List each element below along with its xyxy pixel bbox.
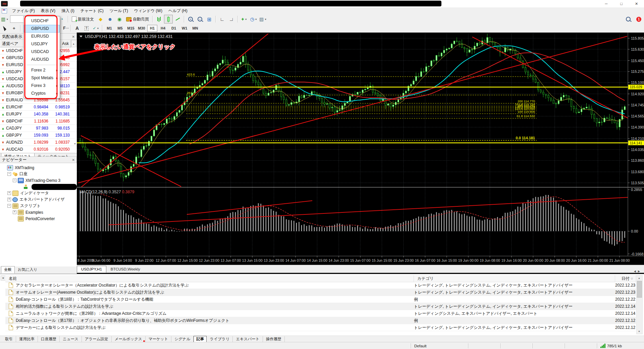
- new-chart-icon[interactable]: ▥▼: [0, 15, 9, 23]
- market-watch-row-AUDCAD[interactable]: ▼AUDCAD0.920160.92050: [0, 146, 77, 153]
- tree-item-PeriodConverter[interactable]: PeriodConverter: [0, 215, 77, 222]
- styler-icon[interactable]: ◆: [96, 15, 105, 23]
- article-row[interactable]: 相対的活力指数による取引システムの設計方法を学ぶトレーディング, トレーディング…: [5, 303, 636, 310]
- toolbox-tab-取引[interactable]: 取引: [2, 336, 16, 342]
- search-icon[interactable]: [624, 15, 633, 23]
- line-chart-icon[interactable]: [173, 15, 182, 23]
- dropdown-item-GBPUSD[interactable]: GBPUSD: [24, 25, 60, 33]
- tree-item-口座[interactable]: −口座: [0, 171, 77, 177]
- dropdown-group-Spot Metals[interactable]: Spot Metals▶: [24, 74, 60, 82]
- dropdown-item-USDCAD[interactable]: USDCAD: [24, 48, 60, 56]
- tree-item-Examples[interactable]: +Examples: [0, 209, 77, 215]
- column-date[interactable]: 日付▽: [615, 275, 636, 282]
- new-order-button[interactable]: 新規注文: [70, 15, 96, 23]
- collapse-minus-icon[interactable]: −: [7, 204, 11, 208]
- timeframe-MN[interactable]: MN: [190, 25, 200, 32]
- article-row[interactable]: アクセラレーターオシレーター（Accelerator Oscillator）によ…: [5, 282, 636, 289]
- auto-trading-button[interactable]: 自動売買: [124, 15, 151, 23]
- chart-tab-BTCUSD,Weekly[interactable]: BTCUSD,Weekly: [106, 266, 145, 273]
- timeframe-M5[interactable]: M5: [115, 25, 125, 32]
- chart-tab-USDJPY,H1[interactable]: USDJPY,H1: [77, 266, 106, 273]
- zoom-in-icon[interactable]: +: [186, 15, 195, 23]
- tab-お気に入り[interactable]: お気に入り: [15, 266, 40, 273]
- news-broadcast-icon[interactable]: ◉: [115, 15, 124, 23]
- templates-icon[interactable]: ▨▼: [259, 15, 267, 23]
- zoom-out-icon[interactable]: −: [196, 15, 204, 23]
- menu-item-ツール (T)[interactable]: ツール (T): [107, 7, 131, 14]
- market-watch-row-GBPJPY[interactable]: ▲GBPJPY159.093159.133: [0, 132, 77, 139]
- timeframe-D1[interactable]: D1: [169, 25, 179, 32]
- dropdown-item-AUDUSD[interactable]: AUDUSD: [24, 56, 60, 63]
- menu-item-挿入 (I)[interactable]: 挿入 (I): [58, 7, 77, 14]
- article-row[interactable]: DoEasy-コントロール（第18部）：TabControlでタブをスクロールす…: [5, 296, 636, 303]
- bar-chart-icon[interactable]: [155, 15, 163, 23]
- menu-item-ヘルプ (H)[interactable]: ヘルプ (H): [165, 7, 191, 14]
- toolbox-tab-マーケット[interactable]: マーケット: [146, 336, 172, 342]
- fibonacci-icon[interactable]: F: [60, 24, 69, 33]
- profile-indicator[interactable]: Default: [411, 343, 468, 348]
- toolbox-tab-口座履歴[interactable]: 口座履歴: [38, 336, 60, 342]
- maximize-button[interactable]: □: [614, 0, 629, 7]
- market-watch-row-AUDNZD[interactable]: ▼AUDNZD1.082991.08337: [0, 139, 77, 146]
- market-watch-row-CADJPY[interactable]: ▲CADJPY97.98398.015: [0, 125, 77, 132]
- text-icon[interactable]: A: [73, 24, 82, 33]
- toolbox-tab-シグナル[interactable]: シグナル: [171, 336, 194, 342]
- menu-item-チャート (C)[interactable]: チャート (C): [77, 7, 107, 14]
- notification-badge[interactable]: 1: [636, 17, 641, 22]
- timeframe-M15[interactable]: M15: [126, 25, 136, 32]
- periods-icon[interactable]: ◷▼: [249, 15, 258, 23]
- market-watch-row-GBPCHF[interactable]: ▼GBPCHF1.116361.11685: [0, 118, 77, 125]
- article-row[interactable]: デマーカーによる取引システムの設計方法を学ぶトレーディング, トレーディングシス…: [5, 324, 636, 331]
- toolbox-tab-ライブラリ[interactable]: ライブラリ: [207, 336, 233, 342]
- tree-item-インディケータ[interactable]: +インディケータ: [0, 190, 77, 196]
- toolbox-tab-操作履歴[interactable]: 操作履歴: [263, 336, 285, 342]
- menu-item-ファイル (F)[interactable]: ファイル (F): [9, 7, 38, 14]
- chart-window[interactable]: 115.805115.630115.450115.275115.100114.9…: [77, 33, 644, 274]
- timeframe-H4[interactable]: H4: [158, 25, 168, 32]
- indicators-icon[interactable]: +▼: [240, 15, 249, 23]
- articles-scrollbar[interactable]: ▲ ▼: [636, 275, 643, 334]
- crosshair-icon[interactable]: ⌖: [10, 24, 18, 33]
- dropdown-item-USDJPY[interactable]: USDJPY: [24, 40, 60, 48]
- dropdown-item-USDCHF[interactable]: USDCHF: [24, 17, 60, 25]
- column-category[interactable]: カテゴリ: [414, 275, 615, 282]
- scroll-down-icon[interactable]: ▼: [637, 329, 642, 334]
- timeframe-H1[interactable]: H1: [147, 25, 157, 32]
- toolbox-tab-記事[interactable]: 記事: [194, 336, 207, 342]
- tree-item-XMTrading[interactable]: XMTrading: [0, 164, 77, 171]
- article-row[interactable]: ニューラルネットワークが簡単に（第29部）：Advantage Actor-Cr…: [5, 310, 636, 317]
- market-watch-row-EURCHF[interactable]: ▲EURCHF0.984940.98519: [0, 104, 77, 111]
- tree-item-XMTrading-Demo 3[interactable]: −XMTrading-Demo 3: [0, 177, 77, 184]
- minimize-button[interactable]: ─: [599, 0, 614, 7]
- toolbox-tab-メールボックス[interactable]: メールボックス: [112, 336, 146, 342]
- chart-tab-scroll-icons[interactable]: ◀▶: [634, 270, 642, 273]
- scroll-up-icon[interactable]: ▲: [71, 40, 76, 47]
- expand-plus-icon[interactable]: +: [7, 198, 11, 201]
- tree-item-エキスパートアドバイザ[interactable]: +エキスパートアドバイザ: [0, 196, 77, 203]
- timeframe-M1[interactable]: M1: [104, 25, 114, 32]
- expand-plus-icon[interactable]: +: [7, 191, 11, 195]
- market-watch-row-EURJPY[interactable]: ▲EURJPY140.358140.381: [0, 111, 77, 118]
- tab-全般[interactable]: 全般: [1, 266, 15, 273]
- dropdown-group-Forex 3[interactable]: Forex 3▶: [24, 82, 60, 90]
- menu-item-ウィンドウ (W)[interactable]: ウィンドウ (W): [131, 7, 165, 14]
- close-icon[interactable]: ✕: [72, 158, 75, 162]
- dropdown-group-Cryptos[interactable]: Cryptos▶: [24, 90, 60, 97]
- close-button[interactable]: ✕: [629, 0, 644, 7]
- close-icon[interactable]: ✕: [72, 35, 75, 39]
- article-row[interactable]: DoEasy-コントロール（第17部）：オブジェクトの非表示部分の切り取り、補助…: [5, 317, 636, 324]
- cursor-icon[interactable]: [0, 24, 9, 33]
- shapes-icon[interactable]: ✓▼: [92, 24, 100, 33]
- collapse-minus-icon[interactable]: −: [7, 172, 11, 176]
- toolbox-tab-エキスパート[interactable]: エキスパート: [233, 336, 263, 342]
- article-row[interactable]: オーサムオシレーター(Awesome Oscillator)による取引システムの…: [5, 289, 636, 296]
- toolbox-tab-アラーム設定[interactable]: アラーム設定: [82, 336, 112, 342]
- timeframe-M30[interactable]: M30: [137, 25, 147, 32]
- tree-item-account-redacted[interactable]: [0, 184, 77, 190]
- close-icon[interactable]: ✕: [1, 276, 6, 281]
- tree-item-スクリプト[interactable]: −スクリプト: [0, 203, 77, 209]
- scroll-up-icon[interactable]: ▲: [637, 276, 642, 281]
- expand-plus-icon[interactable]: +: [13, 210, 16, 214]
- dropdown-item-EURUSD[interactable]: EURUSD: [24, 33, 60, 40]
- collapse-minus-icon[interactable]: −: [13, 179, 16, 182]
